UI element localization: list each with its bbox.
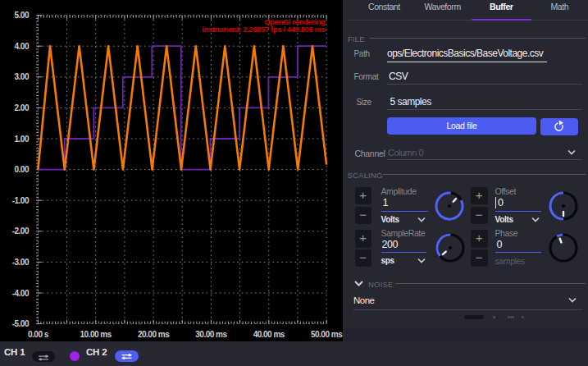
svg-text:30.00 ms: 30.00 ms bbox=[195, 330, 227, 339]
svg-text:-3.00: -3.00 bbox=[12, 258, 30, 267]
svg-text:-1.00: -1.00 bbox=[12, 196, 30, 205]
svg-text:0.00: 0.00 bbox=[15, 165, 30, 174]
svg-text:0.00 s: 0.00 s bbox=[28, 330, 49, 339]
svg-text:instrument: 2.26857 fps / 440.: instrument: 2.26857 fps / 440.806 ms bbox=[202, 25, 325, 34]
svg-text:10.00 ms: 10.00 ms bbox=[80, 330, 112, 339]
svg-text:20.00 ms: 20.00 ms bbox=[138, 330, 170, 339]
svg-text:50.00 ms: 50.00 ms bbox=[311, 330, 343, 339]
svg-text:2.00: 2.00 bbox=[15, 103, 30, 112]
svg-text:40.00 ms: 40.00 ms bbox=[253, 330, 285, 339]
svg-text:-4.00: -4.00 bbox=[12, 289, 30, 298]
svg-text:5.00: 5.00 bbox=[15, 11, 30, 20]
svg-text:-5.00: -5.00 bbox=[12, 319, 30, 328]
svg-text:-2.00: -2.00 bbox=[12, 226, 30, 236]
svg-text:4.00: 4.00 bbox=[15, 42, 30, 51]
svg-text:1.00: 1.00 bbox=[15, 135, 30, 144]
svg-text:3.00: 3.00 bbox=[15, 72, 30, 81]
